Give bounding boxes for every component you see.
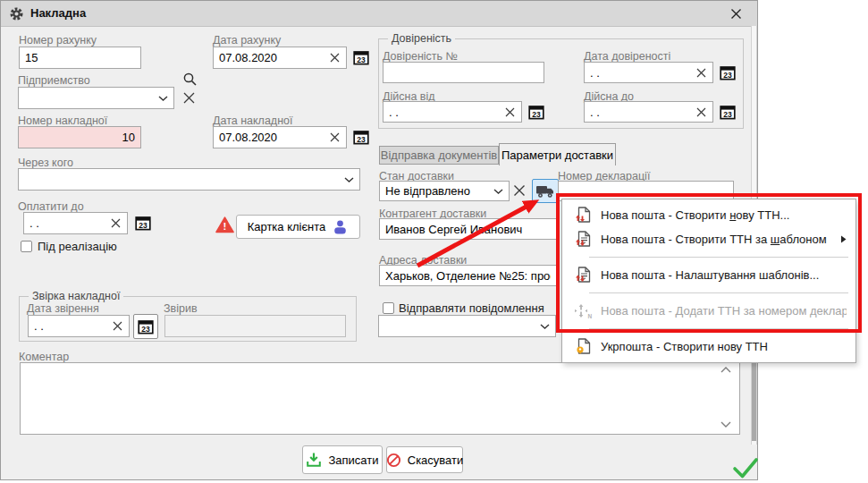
- cancel-button[interactable]: Скасувати: [386, 446, 463, 473]
- calendar-icon[interactable]: 23: [351, 128, 371, 147]
- page-lines-arrows-icon: [574, 267, 593, 284]
- waybill-date-input[interactable]: 07.08.2020: [213, 126, 347, 148]
- tab-send-documents[interactable]: Відправка документів: [379, 146, 499, 165]
- via-whom-combo[interactable]: [18, 168, 360, 191]
- svg-text:23: 23: [139, 221, 147, 230]
- chevron-down-icon[interactable]: [158, 96, 168, 101]
- reconciled-by-input: [164, 315, 346, 337]
- person-icon: [332, 219, 349, 234]
- page-arrows-icon: [574, 207, 593, 224]
- chevron-down-icon[interactable]: [344, 177, 354, 182]
- send-messages-label: Відправляти повідомлення: [399, 301, 544, 315]
- svg-text:23: 23: [723, 110, 732, 119]
- clear-date-icon[interactable]: [695, 106, 707, 118]
- under-realization-label: Під реалізацію: [38, 240, 117, 253]
- poa-number-label: Довіреність №: [383, 50, 458, 63]
- power-of-attorney-title: Довіреність: [388, 32, 455, 45]
- page-lines-arrows-icon: [574, 231, 593, 248]
- clear-date-icon[interactable]: [110, 217, 122, 229]
- clear-date-icon[interactable]: [329, 131, 341, 143]
- account-number-label: Номер рахунку: [19, 34, 97, 47]
- search-icon[interactable]: [182, 72, 198, 87]
- comment-textarea[interactable]: [20, 362, 740, 435]
- tab-delivery-parameters[interactable]: Параметри доставки: [499, 143, 616, 165]
- svg-text:23: 23: [357, 135, 366, 144]
- poa-number-input[interactable]: [383, 62, 544, 83]
- poa-valid-from-input[interactable]: . .: [383, 101, 522, 123]
- gear-icon: [9, 6, 24, 21]
- account-date-input[interactable]: 07.08.2020: [213, 47, 347, 69]
- submenu-arrow-icon: [840, 235, 847, 243]
- clear-enterprise-icon[interactable]: [182, 91, 196, 105]
- poa-date-input[interactable]: . .: [584, 62, 713, 83]
- svg-text:23: 23: [141, 324, 150, 333]
- poa-valid-to-input[interactable]: . .: [584, 101, 713, 123]
- title-bar: Накладна: [1, 1, 757, 27]
- calendar-icon[interactable]: 23: [718, 64, 737, 82]
- under-realization-checkbox[interactable]: [21, 241, 32, 252]
- valid-check-icon: [732, 457, 759, 479]
- calendar-icon[interactable]: 23: [133, 214, 153, 233]
- clear-date-icon[interactable]: [504, 106, 516, 118]
- window-title: Накладна: [30, 6, 86, 20]
- truck-icon: [535, 184, 555, 199]
- scroll-down-icon[interactable]: [721, 421, 731, 428]
- svg-text:23: 23: [532, 110, 541, 119]
- arrows-n-icon: N: [574, 302, 593, 319]
- enterprise-combo[interactable]: [18, 87, 174, 109]
- svg-text:!: !: [223, 221, 227, 232]
- svg-text:N: N: [588, 313, 593, 319]
- reconciled-by-label: Звірив: [164, 302, 198, 315]
- waybill-number-input[interactable]: 10: [18, 126, 141, 148]
- calendar-icon[interactable]: 23: [133, 314, 158, 339]
- clear-date-icon[interactable]: [695, 67, 707, 79]
- via-whom-label: Через кого: [18, 157, 73, 169]
- waybill-number-label: Номер накладної: [18, 114, 107, 127]
- menu-separator: [589, 328, 848, 329]
- screenshot-stage: Накладна Номер рахунку 15 Дата рахунку 0…: [0, 0, 868, 483]
- dialog-scrollbar-thumb[interactable]: [752, 358, 756, 441]
- client-card-button[interactable]: Картка клієнта: [236, 215, 360, 239]
- message-template-combo[interactable]: [378, 315, 556, 337]
- clear-date-icon[interactable]: [329, 52, 341, 64]
- send-messages-checkbox[interactable]: [383, 302, 394, 314]
- page-pin-icon: [574, 338, 593, 355]
- delivery-address-input[interactable]: Харьков, Отделение №25: просп. Тра: [379, 265, 557, 286]
- svg-text:23: 23: [723, 71, 732, 80]
- pay-until-label: Оплатити до: [18, 200, 84, 213]
- clear-status-icon[interactable]: [512, 183, 527, 198]
- comment-label: Коментар: [19, 351, 69, 363]
- menu-item-np-create-ttn-template[interactable]: Нова пошта - Створити ТТН за шаблоном: [562, 227, 855, 251]
- menu-separator: [589, 292, 848, 293]
- reconciliation-date-label: Дата звірення: [27, 302, 99, 315]
- calendar-icon[interactable]: 23: [351, 48, 371, 67]
- chevron-down-icon[interactable]: [540, 324, 550, 329]
- close-icon[interactable]: [729, 7, 743, 21]
- pay-until-input[interactable]: . .: [23, 212, 128, 234]
- waybill-date-label: Дата накладної: [213, 114, 292, 127]
- clear-date-icon[interactable]: [112, 320, 123, 332]
- save-icon: [306, 452, 322, 468]
- cancel-icon: [386, 453, 401, 468]
- scroll-up-icon[interactable]: [721, 367, 731, 373]
- menu-item-np-add-ttn-by-number: N Нова пошта - Додати ТТН за номером дек…: [562, 299, 855, 323]
- menu-item-np-create-ttn[interactable]: Нова пошта - Створити нову ТТН...: [562, 203, 855, 227]
- save-button[interactable]: Записати: [302, 445, 383, 474]
- svg-text:23: 23: [357, 55, 366, 64]
- calendar-icon[interactable]: 23: [527, 103, 546, 122]
- enterprise-label: Підприемство: [18, 74, 90, 87]
- account-number-input[interactable]: 15: [19, 47, 141, 69]
- create-ttn-truck-button[interactable]: [532, 179, 559, 203]
- menu-item-np-template-settings[interactable]: Нова пошта - Налаштування шаблонів...: [562, 263, 855, 287]
- chevron-down-icon[interactable]: [493, 189, 503, 194]
- calendar-icon[interactable]: 23: [718, 103, 737, 122]
- menu-item-ukrposhta-create-ttn[interactable]: Укрпошта - Створити нову ТТН: [562, 335, 855, 359]
- ttn-context-menu: Нова пошта - Створити нову ТТН... Нова п…: [561, 199, 856, 363]
- reconciliation-date-input[interactable]: . .: [28, 315, 130, 337]
- poa-date-label: Дата довіреності: [584, 50, 670, 63]
- menu-separator: [589, 257, 848, 258]
- delivery-contractor-input[interactable]: Иванов Сергей Иванович: [379, 218, 557, 240]
- account-date-label: Дата рахунку: [213, 34, 281, 47]
- delivery-status-combo[interactable]: Не відправлено: [379, 181, 510, 201]
- warning-icon: !: [215, 216, 234, 233]
